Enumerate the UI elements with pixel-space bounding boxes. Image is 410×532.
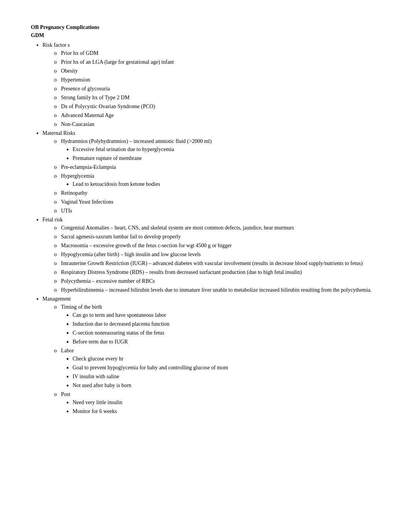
list-item: Monitor for 6 weeks	[73, 407, 379, 415]
list-item: Macrosomia – excessive growth of the fet…	[54, 241, 379, 250]
list-item: Intrauterine Growth Restriction (IUGR) –…	[54, 259, 379, 267]
list-item: UTIs	[54, 207, 379, 215]
list-item: Goal to prevent hypoglycemia for baby an…	[73, 364, 379, 372]
list-item: Labor Check glucose every hr Goal to pre…	[54, 347, 379, 389]
list-item-vaginal-yeast: Vaginal Yeast Infections	[54, 198, 379, 206]
section-gdm-title: GDM	[31, 31, 379, 39]
list-item: Obesity	[54, 67, 379, 75]
list-item: Hyperglycemia Lead to ketoacidosis from …	[54, 172, 379, 188]
list-item: Premature rupture of membrane	[73, 154, 379, 162]
list-item-management: Management Timing of the birth Can go to…	[42, 295, 379, 415]
list-item: Excessive fetal urination due to hypergl…	[73, 145, 379, 153]
risk-factors-sublist: Prior hx of GDM Prior hx of an LGA (larg…	[54, 49, 379, 128]
list-item: Not used after baby is born	[73, 381, 379, 389]
list-item: Sacral agenesis-saxrum lumbar fail to de…	[54, 233, 379, 241]
list-item: Presence of glycosuria	[54, 85, 379, 93]
maternal-risks-sublist: Hydramnios (Polyhydramnios) – increased …	[54, 137, 379, 215]
list-item: Post Need very little insulin Monitor fo…	[54, 390, 379, 415]
list-item: Check glucose every hr	[73, 355, 379, 363]
main-list: Risk factor s Prior hx of GDM Prior hx o…	[42, 41, 379, 415]
list-item: Prior hx of GDM	[54, 49, 379, 57]
list-item-maternal-risks: Maternal Risks Hydramnios (Polyhydramnio…	[42, 129, 379, 215]
list-item: Advanced Maternal Age	[54, 111, 379, 119]
list-item: Polycythemia – excessive number of RBCs	[54, 277, 379, 285]
management-sublist: Timing of the birth Can go to term and h…	[54, 303, 379, 415]
list-item: Induction due to decreased placenta func…	[73, 320, 379, 328]
list-item: Congenital Anomalies – heart, CNS, and s…	[54, 224, 379, 232]
list-item: Hydramnios (Polyhydramnios) – increased …	[54, 137, 379, 162]
fetal-risk-sublist: Congenital Anomalies – heart, CNS, and s…	[54, 224, 379, 294]
list-item: Hypertension	[54, 76, 379, 84]
management-label: Management	[42, 296, 71, 302]
list-item: Can go to term and have spontaneous labo…	[73, 311, 379, 319]
list-item: Lead to ketoacidosis from ketone bodies	[73, 180, 379, 188]
list-item: Dx of Polycystic Ovarian Syndrome (PCO)	[54, 102, 379, 110]
list-item: Before term due to IUGR	[73, 338, 379, 346]
maternal-risks-label: Maternal Risks	[42, 130, 75, 136]
list-item: Non-Caucasian	[54, 120, 379, 128]
list-item: Prior hx of an LGA (large for gestationa…	[54, 58, 379, 66]
list-item: Pre-eclampsia-Eclampsia	[54, 163, 379, 171]
list-item: Need very little insulin	[73, 398, 379, 406]
list-item: C-section nonreassuring status of the fe…	[73, 329, 379, 337]
risk-factors-label: Risk factor s	[42, 42, 70, 48]
list-item-risk-factors: Risk factor s Prior hx of GDM Prior hx o…	[42, 41, 379, 128]
list-item: Hyperbilirubinemia – increased bilirubin…	[54, 286, 379, 294]
list-item: Retinopathy	[54, 189, 379, 197]
list-item: Timing of the birth Can go to term and h…	[54, 303, 379, 346]
list-item-fetal-risk: Fetal risk Congenital Anomalies – heart,…	[42, 216, 379, 294]
fetal-risk-label: Fetal risk	[42, 217, 63, 223]
page-title: OB Pregnancy Complications	[31, 23, 379, 31]
list-item: IV insulin with saline	[73, 372, 379, 381]
list-item: Respiratory Distress Syndrome (RDS) – re…	[54, 268, 379, 276]
list-item: Hypoglycemia (after birth) – high insuli…	[54, 250, 379, 258]
list-item: Strong family hx of Type 2 DM	[54, 93, 379, 102]
